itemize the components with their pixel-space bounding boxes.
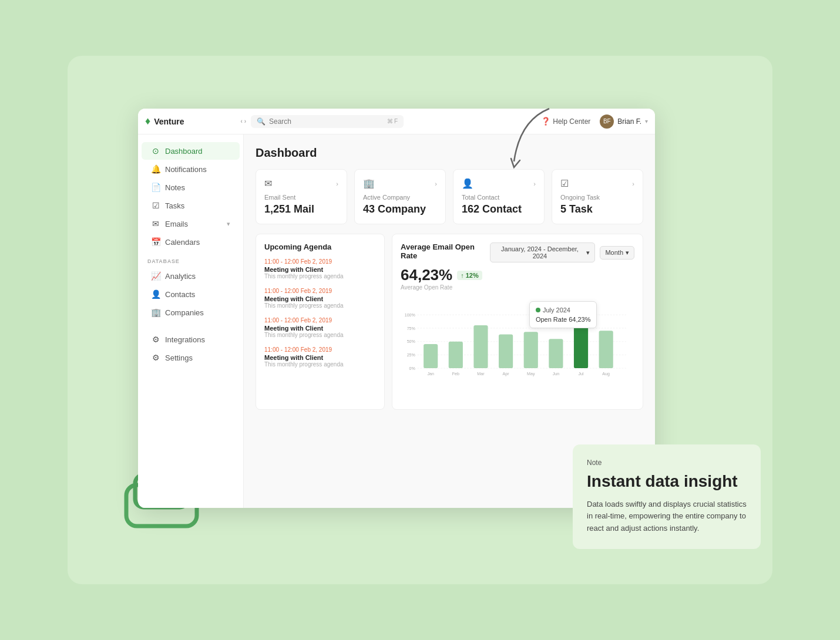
sidebar-item-companies[interactable]: 🏢 Companies: [142, 304, 240, 321]
agenda-time-1: 11:00 - 12:00 Feb 2, 2019: [264, 258, 376, 265]
bar-may[interactable]: [524, 332, 538, 368]
sidebar-item-contacts[interactable]: 👤 Contacts: [142, 285, 240, 303]
sidebar-item-notes[interactable]: 📄 Notes: [142, 178, 240, 196]
calendars-icon: 📅: [151, 237, 160, 247]
sidebar-item-integrations[interactable]: ⚙ Integrations: [142, 331, 240, 348]
help-icon: ❓: [541, 117, 550, 126]
date-range-chevron: ▾: [586, 249, 590, 257]
email-sent-label: Email Sent: [264, 194, 338, 201]
agenda-time-4: 11:00 - 12:00 Feb 2, 2019: [264, 346, 376, 353]
sidebar: ⊙ Dashboard 🔔 Notifications 📄 Notes ☑ Ta…: [138, 134, 244, 508]
stat-card-header: 🏢 ›: [363, 178, 437, 189]
svg-text:Jul: Jul: [578, 372, 583, 376]
bar-jul[interactable]: [574, 323, 588, 368]
contacts-icon: 👤: [151, 289, 160, 299]
svg-text:May: May: [527, 372, 535, 376]
sidebar-label-companies: Companies: [165, 308, 204, 317]
ongoing-task-icon: ☑: [560, 178, 569, 189]
chart-header: Average Email Open Rate January, 2024 - …: [401, 242, 634, 262]
svg-text:75%: 75%: [407, 326, 416, 331]
chart-panel: Average Email Open Rate January, 2024 - …: [392, 234, 643, 410]
help-center-btn[interactable]: ❓ Help Center: [541, 117, 590, 126]
month-btn[interactable]: Month ▾: [600, 246, 634, 260]
date-range-label: January, 2024 - December, 2024: [495, 245, 584, 260]
sidebar-item-dashboard[interactable]: ⊙ Dashboard: [142, 142, 240, 160]
date-range-btn[interactable]: January, 2024 - December, 2024 ▾: [490, 242, 595, 262]
ongoing-task-arrow[interactable]: ›: [632, 180, 634, 187]
svg-text:100%: 100%: [405, 313, 416, 318]
active-company-icon: 🏢: [363, 178, 375, 189]
agenda-time-3: 11:00 - 12:00 Feb 2, 2019: [264, 317, 376, 324]
collapse-btn[interactable]: ‹ ›: [241, 118, 246, 124]
dashboard-icon: ⊙: [151, 146, 160, 156]
sidebar-label-tasks: Tasks: [165, 201, 184, 210]
email-sent-arrow[interactable]: ›: [336, 180, 338, 187]
sidebar-label-analytics: Analytics: [165, 272, 196, 281]
agenda-meeting-4: Meeting with Client: [264, 354, 376, 361]
stat-card-company: 🏢 › Active Company 43 Company: [354, 169, 446, 224]
stat-card-header: ✉ ›: [264, 178, 338, 189]
agenda-desc-3: This monthly progress agenda: [264, 332, 376, 338]
active-company-label: Active Company: [363, 194, 437, 201]
note-label: Note: [587, 459, 747, 467]
sidebar-item-notifications[interactable]: 🔔 Notifications: [142, 160, 240, 178]
agenda-title: Upcoming Agenda: [264, 242, 376, 251]
total-contact-value: 162 Contact: [462, 203, 536, 215]
sidebar-label-calendars: Calendars: [165, 238, 200, 247]
sidebar-item-analytics[interactable]: 📈 Analytics: [142, 267, 240, 285]
bar-jan[interactable]: [424, 344, 438, 368]
agenda-item-3: 11:00 - 12:00 Feb 2, 2019 Meeting with C…: [264, 317, 376, 338]
avatar: BF: [600, 114, 614, 129]
bar-jun[interactable]: [549, 339, 563, 368]
logo-icon: ♦: [145, 115, 150, 127]
bar-aug[interactable]: [599, 331, 613, 368]
agenda-desc-4: This monthly progress agenda: [264, 361, 376, 368]
bar-feb[interactable]: [449, 342, 463, 368]
notifications-icon: 🔔: [151, 164, 160, 174]
chart-svg: 100% 75% 50% 25% 0% Jan: [401, 295, 634, 401]
user-name: Brian F.: [617, 117, 641, 126]
note-card: Note Instant data insight Data loads swi…: [573, 444, 761, 549]
topbar: ♦ Venture ‹ › 🔍 ⌘ F ❓ Help Center BF: [138, 109, 655, 134]
app-title: Venture: [154, 117, 184, 126]
svg-text:Mar: Mar: [477, 372, 485, 376]
sidebar-item-settings[interactable]: ⚙ Settings: [142, 349, 240, 366]
agenda-item-2: 11:00 - 12:00 Feb 2, 2019 Meeting with C…: [264, 288, 376, 309]
logo-area: ♦ Venture ‹ ›: [145, 115, 251, 127]
notes-icon: 📄: [151, 183, 160, 192]
user-info[interactable]: BF Brian F. ▾: [600, 114, 648, 129]
search-icon: 🔍: [257, 117, 266, 126]
agenda-time-2: 11:00 - 12:00 Feb 2, 2019: [264, 288, 376, 294]
svg-text:50%: 50%: [407, 339, 416, 344]
sidebar-label-notifications: Notifications: [165, 165, 207, 174]
stat-card-contact: 👤 › Total Contact 162 Contact: [453, 169, 545, 224]
chart-area: 100% 75% 50% 25% 0% Jan: [401, 295, 634, 401]
database-section-label: DATABASE: [138, 251, 243, 267]
bar-mar[interactable]: [473, 325, 488, 368]
total-contact-arrow[interactable]: ›: [533, 180, 536, 187]
big-rate: 64,23% ↑ 12%: [401, 266, 634, 284]
svg-text:Apr: Apr: [503, 372, 510, 376]
stat-card-email: ✉ › Email Sent 1,251 Mail: [256, 169, 347, 224]
sidebar-item-tasks[interactable]: ☑ Tasks: [142, 197, 240, 214]
avg-open-rate-label: Average Open Rate: [401, 284, 634, 291]
svg-text:Jan: Jan: [427, 372, 434, 376]
sidebar-item-emails[interactable]: ✉ Emails ▾: [142, 215, 240, 233]
sidebar-item-calendars[interactable]: 📅 Calendars: [142, 233, 240, 251]
user-chevron-icon: ▾: [645, 118, 648, 124]
emails-icon: ✉: [151, 219, 160, 228]
active-company-arrow[interactable]: ›: [435, 180, 437, 187]
bar-apr[interactable]: [499, 335, 513, 369]
total-contact-icon: 👤: [462, 178, 473, 189]
search-bar[interactable]: 🔍 ⌘ F: [251, 115, 404, 128]
help-center-label: Help Center: [553, 117, 590, 126]
bottom-panels: Upcoming Agenda 11:00 - 12:00 Feb 2, 201…: [256, 234, 643, 410]
note-description: Data loads swiftly and displays crucial …: [587, 498, 747, 535]
topbar-right: ❓ Help Center BF Brian F. ▾: [541, 114, 648, 129]
search-input[interactable]: [269, 117, 384, 126]
sidebar-label-dashboard: Dashboard: [165, 147, 203, 156]
stat-card-task: ☑ › Ongoing Task 5 Task: [552, 169, 643, 224]
agenda-item-1: 11:00 - 12:00 Feb 2, 2019 Meeting with C…: [264, 258, 376, 279]
month-chevron: ▾: [626, 249, 629, 257]
email-sent-icon: ✉: [264, 178, 272, 189]
